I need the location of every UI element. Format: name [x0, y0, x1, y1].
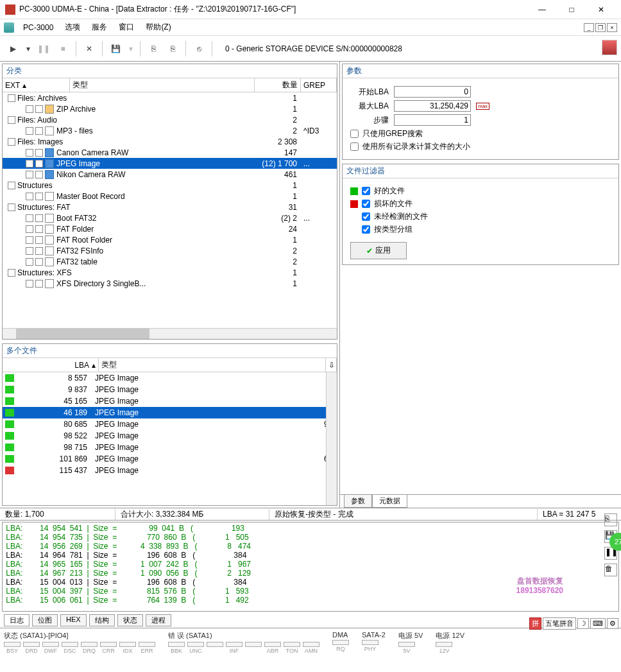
file-row[interactable]: 98 522 JPEG Image [3, 430, 337, 442]
file-type-icon [45, 148, 54, 157]
logtab-bitmap[interactable]: 位图 [32, 614, 58, 626]
menu-service[interactable]: 服务 [87, 20, 112, 35]
file-row[interactable]: 98 715 JPEG Image [3, 442, 337, 453]
tree-row[interactable]: FAT Root Folder1 [3, 234, 337, 245]
save-dropdown[interactable]: ▾ [127, 41, 135, 56]
step-input[interactable] [394, 114, 471, 126]
menu-app[interactable]: PC-3000 [18, 21, 58, 34]
tree-row[interactable]: Boot FAT32(2) 2... [3, 212, 337, 223]
file-row[interactable]: 45 165 JPEG Image [3, 395, 337, 407]
bad-checkbox[interactable] [362, 200, 370, 208]
menu-window[interactable]: 窗口 [114, 20, 139, 35]
status-icon [5, 397, 14, 405]
led-bsy: BSY [4, 642, 21, 654]
tree-row[interactable]: JPEG Image(12) 1 700... [3, 158, 337, 169]
led-crr: CRR [100, 642, 117, 654]
allrecords-checkbox[interactable] [350, 142, 359, 151]
step-label: 步骤 [350, 115, 389, 126]
save-icon[interactable]: 💾 [108, 41, 123, 56]
log-area[interactable]: LBA: 14 954 541 | Size = 99 041 B ( 193 … [2, 522, 619, 612]
startlba-input[interactable] [394, 86, 471, 98]
tree-row[interactable]: ZIP Archive1 [3, 103, 337, 114]
bytype-checkbox[interactable] [362, 225, 370, 234]
col-more[interactable]: ⇩ [326, 358, 337, 372]
tree-row[interactable]: FAT32 FSInfo2 [3, 245, 337, 256]
col-count[interactable]: 数量 [255, 78, 301, 92]
tree-row[interactable]: Canon Camera RAW147 [3, 147, 337, 158]
file-row[interactable]: 115 437 JPEG Image [3, 465, 337, 476]
play-dropdown-button[interactable]: ▾ [24, 41, 32, 56]
col-ext[interactable]: EXT ▴ [3, 78, 70, 92]
tree-row[interactable]: Structures1 [3, 180, 337, 191]
copy-in-icon[interactable]: ⎘ [165, 41, 180, 56]
play-button[interactable]: ▶ [5, 41, 21, 56]
maxlba-input[interactable] [394, 100, 471, 112]
file-row[interactable]: 101 869 JPEG Image6 [3, 453, 337, 465]
logtab-struct[interactable]: 结构 [89, 614, 115, 626]
ime-icon[interactable]: 拼 [529, 617, 541, 630]
logtab-proc[interactable]: 进程 [146, 614, 171, 626]
greponly-checkbox[interactable] [350, 130, 359, 138]
logtab-log[interactable]: 日志 [4, 614, 30, 626]
files-vscroll[interactable] [326, 372, 337, 505]
tree-row[interactable]: Files: Audio2 [3, 114, 337, 125]
hw-dma-label: DMA [332, 631, 349, 639]
file-row[interactable]: 46 189 JPEG Image [3, 407, 337, 418]
col-ftype[interactable]: 类型 [99, 358, 326, 372]
file-row[interactable]: 8 557 JPEG Image [3, 372, 337, 384]
col-type[interactable]: 类型 [70, 78, 255, 92]
file-type-icon [45, 105, 54, 114]
ime-gear-icon[interactable]: ⚙ [607, 618, 618, 629]
side-db-icon[interactable] [602, 40, 617, 55]
tree-row[interactable]: Files: Images2 308 [3, 136, 337, 147]
mdi-minimize-button[interactable]: _ [584, 23, 594, 32]
minimize-button[interactable]: — [527, 0, 557, 19]
tree-row[interactable]: Structures: FAT31 [3, 202, 337, 212]
params-panel: 参数 开始LBA 最大LBA max 步骤 只使用GREP搜索 使用所有记录来计… [342, 64, 619, 160]
good-checkbox[interactable] [362, 187, 370, 195]
col-lba[interactable]: LBA ▴ [3, 358, 99, 372]
ime-kbd-icon[interactable]: ⌨ [590, 618, 606, 629]
ime-bar: 拼 五笔拼音 ☽ ⌨ ⚙ [529, 617, 618, 630]
ime-moon-icon[interactable]: ☽ [577, 618, 589, 629]
menu-options[interactable]: 选项 [60, 20, 85, 35]
maxlba-max-icon[interactable]: max [476, 103, 489, 110]
tree-row[interactable]: FAT Folder24 [3, 223, 337, 234]
tree-row[interactable]: MP3 - files2^ID3 [3, 125, 337, 136]
tree-row[interactable]: FAT32 table2 [3, 256, 337, 267]
pause-button[interactable]: ❚❚ [36, 41, 51, 56]
files-body[interactable]: 8 557 JPEG Image9 837 JPEG Image45 165 J… [3, 372, 337, 505]
log-line: LBA: 15 006 061 | Size = 764 139 B ( 1 4… [4, 596, 617, 605]
file-row[interactable]: 9 837 JPEG Image [3, 384, 337, 395]
untested-checkbox[interactable] [362, 212, 370, 221]
log-clear-icon[interactable]: 🗑 [604, 564, 617, 576]
menu-help[interactable]: 帮助(Z) [140, 20, 176, 35]
mdi-restore-button[interactable]: ❐ [595, 23, 606, 32]
tree-hscroll[interactable] [3, 328, 337, 339]
pc3000-icon [4, 22, 14, 33]
tab-params[interactable]: 参数 [344, 495, 372, 508]
apply-button[interactable]: ✔应用 [350, 242, 407, 259]
log-action-1[interactable]: ⎘ [604, 513, 617, 526]
tab-metadata[interactable]: 元数据 [372, 495, 407, 508]
tree-row[interactable]: Master Boot Record1 [3, 191, 337, 202]
tree-row[interactable]: Files: Archives1 [3, 92, 337, 103]
mdi-close-button[interactable]: × [607, 23, 617, 32]
status-icon [5, 420, 14, 428]
file-type-icon [45, 192, 54, 201]
logtab-state[interactable]: 状态 [117, 614, 143, 626]
tree-row[interactable]: Structures: XFS1 [3, 267, 337, 278]
copy-out-icon[interactable]: ⎘ [146, 41, 161, 56]
logtab-hex[interactable]: HEX [60, 614, 87, 626]
tree-row[interactable]: Nikon Camera RAW461 [3, 169, 337, 180]
device-icon[interactable]: ⎋ [191, 41, 207, 56]
stop-button[interactable]: ■ [55, 41, 71, 56]
tools-icon[interactable]: ✕ [81, 41, 97, 56]
maximize-button[interactable]: □ [557, 0, 586, 19]
close-button[interactable]: ✕ [586, 0, 616, 19]
col-grep[interactable]: GREP [301, 78, 337, 92]
ime-label[interactable]: 五笔拼音 [543, 617, 576, 630]
file-row[interactable]: 80 685 JPEG Image9 [3, 418, 337, 430]
tree-row[interactable]: XFS Directory 3 SingleB...1 [3, 278, 337, 289]
tree-body[interactable]: Files: Archives1ZIP Archive1Files: Audio… [3, 92, 337, 328]
